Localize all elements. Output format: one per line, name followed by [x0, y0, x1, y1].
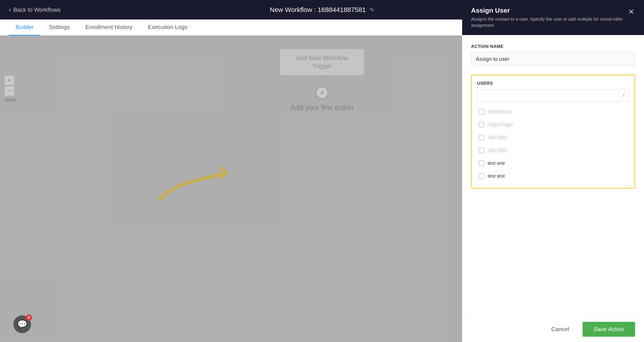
- user-3-name: Abc Abhi: [488, 135, 507, 140]
- list-item[interactable]: test test: [477, 170, 629, 182]
- panel-description: Assigns the contact to a user. Specify t…: [471, 16, 623, 28]
- trigger-box-label: Add New WorkflowTrigger: [296, 54, 348, 70]
- user-1-name: Ali Mokarar: [488, 109, 512, 115]
- action-name-section: ACTION NAME: [471, 44, 635, 66]
- chat-icon: 💬: [17, 320, 27, 329]
- users-search-container: ⇧: [477, 90, 629, 102]
- user-5-checkbox[interactable]: [479, 160, 484, 166]
- arrow-annotation: [155, 142, 244, 209]
- tab-builder[interactable]: Builder: [9, 20, 40, 36]
- user-5-name: test one: [488, 160, 505, 166]
- user-2-checkbox[interactable]: [479, 122, 484, 127]
- zoom-level: 100%: [4, 97, 16, 104]
- panel-close-button[interactable]: ✕: [627, 7, 635, 17]
- tab-enrollment-history[interactable]: Enrollment History: [79, 20, 139, 36]
- list-item[interactable]: Ali Mokarar: [477, 105, 629, 118]
- panel-header: Assign User Assigns the contact to a use…: [462, 0, 644, 35]
- panel-title: Assign User: [471, 7, 623, 14]
- workflow-name: New Workflow : 1688441887581: [270, 6, 366, 14]
- users-label: USERS: [477, 81, 629, 86]
- panel-footer: Cancel Save Action: [462, 316, 644, 342]
- save-action-button[interactable]: Save Action: [582, 322, 635, 337]
- chat-widget[interactable]: 💬 9: [13, 316, 31, 333]
- back-to-workflows-button[interactable]: ‹ Back to Workflows: [9, 6, 60, 14]
- users-section: USERS ⇧ Ali Mokarar Olawf Fapo: [471, 75, 635, 188]
- user-2-name: Olawf Fapo: [488, 122, 513, 128]
- back-label: Back to Workflows: [13, 6, 60, 13]
- user-list: Ali Mokarar Olawf Fapo Abc Abhi Abc Abhi: [477, 105, 629, 182]
- back-arrow-icon: ‹: [9, 6, 11, 14]
- panel-header-content: Assign User Assigns the contact to a use…: [471, 7, 623, 28]
- user-4-checkbox[interactable]: [479, 148, 484, 153]
- panel-body: ACTION NAME USERS ⇧ Ali Mokarar Olawf: [462, 35, 644, 316]
- add-action-button[interactable]: +: [316, 86, 328, 99]
- cancel-button[interactable]: Cancel: [542, 322, 578, 337]
- connector-line: [322, 76, 322, 86]
- workflow-title: New Workflow : 1688441887581 ✎: [270, 6, 374, 14]
- users-search-input[interactable]: [481, 93, 622, 98]
- list-item[interactable]: test one: [477, 157, 629, 170]
- chevron-down-icon: ⇧: [622, 93, 625, 98]
- list-item[interactable]: Abc Abhi: [477, 144, 629, 157]
- trigger-box[interactable]: Add New WorkflowTrigger: [280, 49, 364, 76]
- chat-notification-badge: 9: [26, 314, 32, 321]
- tab-execution-logs[interactable]: Execution Logs: [141, 20, 194, 36]
- user-1-checkbox[interactable]: [479, 109, 484, 114]
- zoom-in-button[interactable]: +: [4, 76, 14, 85]
- user-4-name: Abc Abhi: [488, 148, 507, 153]
- list-item[interactable]: Abc Abhi: [477, 131, 629, 144]
- list-item[interactable]: Olawf Fapo: [477, 118, 629, 131]
- user-6-checkbox[interactable]: [479, 174, 484, 179]
- zoom-controls: + − 100%: [4, 76, 16, 104]
- add-first-action-label: Add your first action: [291, 103, 354, 112]
- user-3-checkbox[interactable]: [479, 135, 484, 140]
- zoom-out-button[interactable]: −: [4, 86, 14, 96]
- edit-icon[interactable]: ✎: [370, 6, 374, 13]
- connector: +: [316, 76, 328, 99]
- user-6-name: test test: [488, 173, 505, 179]
- right-panel: Assign User Assigns the contact to a use…: [462, 0, 644, 342]
- action-name-label: ACTION NAME: [471, 44, 635, 49]
- action-name-input[interactable]: [471, 52, 635, 66]
- tab-settings[interactable]: Settings: [42, 20, 76, 36]
